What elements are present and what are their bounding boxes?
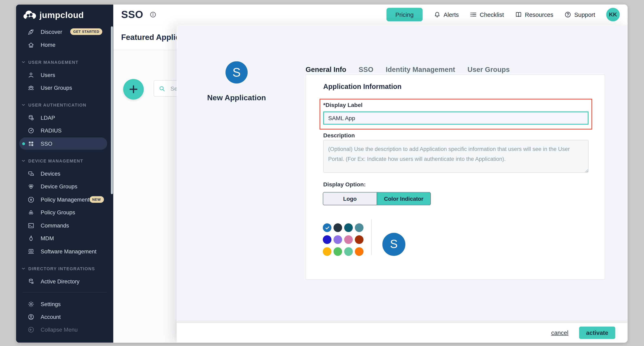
sidebar-item-user-groups[interactable]: User Groups (19, 81, 107, 94)
sidebar-item-ldap[interactable]: LDAP (19, 111, 107, 124)
sidebar-item-policy-management[interactable]: Policy Management NEW (19, 193, 107, 206)
color-swatch[interactable] (355, 247, 364, 256)
sidebar-section-device-management[interactable]: DEVICE MANAGEMENT (22, 155, 108, 167)
sidebar-section-user-management[interactable]: USER MANAGEMENT (22, 56, 108, 68)
description-label: Description (323, 132, 355, 138)
admin-console: jumpcloud Discover GET STARTED Home USER… (16, 5, 628, 342)
active-indicator-dot (22, 142, 25, 145)
bell-icon (434, 11, 441, 18)
sidebar-item-settings[interactable]: Settings (19, 298, 107, 310)
color-swatch-selected[interactable] (323, 223, 332, 232)
sidebar-item-mdm[interactable]: MDM (19, 232, 107, 244)
laptop-icon (28, 248, 34, 255)
sidebar-scrollbar[interactable] (111, 26, 113, 194)
sidebar-section-user-authentication[interactable]: USER AUTHENTICATION (22, 99, 108, 111)
application-information-card: Application Information *Display Label D… (306, 75, 605, 280)
sidebar-section-directory-integrations[interactable]: DIRECTORY INTEGRATIONS (22, 263, 108, 275)
sidebar-divider (23, 292, 107, 292)
color-swatch[interactable] (344, 235, 353, 244)
resources-button[interactable]: Resources (515, 11, 553, 18)
display-option-logo[interactable]: Logo (323, 193, 376, 205)
card-heading: Application Information (323, 83, 402, 91)
activate-button[interactable]: activate (579, 326, 615, 339)
drawer-title: New Application (196, 93, 278, 102)
color-swatch[interactable] (334, 235, 342, 244)
sidebar-item-device-groups[interactable]: Device Groups (19, 180, 107, 193)
color-indicator-preview: S (382, 233, 405, 256)
plus-icon (128, 84, 139, 95)
pricing-button[interactable]: Pricing (386, 8, 422, 22)
avatar[interactable]: KK (606, 8, 620, 22)
new-application-drawer: S New Application General Info SSO Ident… (176, 25, 628, 343)
apple-icon (28, 235, 34, 242)
sidebar: jumpcloud Discover GET STARTED Home USER… (16, 5, 113, 342)
add-application-button[interactable] (123, 79, 144, 100)
page-title: SSO (121, 9, 143, 21)
info-icon[interactable] (150, 11, 156, 18)
sidebar-item-radius[interactable]: RADIUS (19, 124, 107, 136)
color-swatch[interactable] (344, 247, 353, 256)
chevron-down-icon (22, 60, 26, 64)
sidebar-item-active-directory[interactable]: Active Directory (19, 275, 107, 287)
sidebar-item-policy-groups[interactable]: Policy Groups (19, 206, 107, 218)
new-badge: NEW (90, 196, 104, 203)
display-option-color-indicator[interactable]: Color Indicator (376, 193, 430, 205)
sso-grid-icon (28, 140, 34, 147)
color-swatch[interactable] (355, 223, 364, 232)
description-textarea[interactable] (323, 140, 588, 172)
home-icon (28, 41, 34, 48)
application-identity: S New Application (196, 61, 278, 102)
color-swatch-grid (323, 223, 364, 256)
ldap-database-icon (28, 114, 34, 121)
display-option-toggle: Logo Color Indicator (323, 192, 431, 205)
chevron-down-icon (22, 159, 26, 163)
rocket-icon (28, 28, 34, 35)
color-swatch[interactable] (323, 247, 332, 256)
chevron-down-icon (22, 267, 26, 271)
user-icon (28, 71, 34, 78)
checklist-button[interactable]: Checklist (470, 11, 504, 18)
policy-management-icon (28, 196, 34, 203)
top-actions: Pricing Alerts Checklist Resources Suppo… (386, 8, 628, 22)
sidebar-item-sso[interactable]: SSO (19, 137, 107, 150)
cancel-button[interactable]: cancel (551, 329, 568, 336)
radius-dial-icon (28, 127, 34, 134)
alerts-button[interactable]: Alerts (434, 11, 459, 18)
question-icon (564, 11, 572, 18)
sidebar-item-commands[interactable]: Commands (19, 219, 107, 232)
close-icon[interactable] (608, 33, 618, 44)
color-swatch[interactable] (323, 235, 332, 244)
get-started-badge: GET STARTED (70, 28, 102, 35)
terminal-icon (28, 222, 34, 229)
chevron-down-icon (22, 103, 26, 107)
top-bar: SSO Pricing Alerts Checklist Resources (113, 5, 628, 25)
checklist-icon (470, 11, 477, 18)
sidebar-item-users[interactable]: Users (19, 69, 107, 81)
application-avatar: S (226, 61, 248, 84)
search-icon (158, 85, 166, 92)
color-swatch[interactable] (344, 223, 353, 232)
sidebar-item-devices[interactable]: Devices (19, 167, 107, 180)
sidebar-item-software-management[interactable]: Software Management (19, 245, 107, 257)
display-label-input[interactable] (323, 111, 588, 125)
featured-applications-row: Featured Applications (113, 25, 179, 50)
account-person-icon (28, 313, 34, 320)
drawer-footer: cancel activate (176, 323, 628, 342)
featured-applications-heading: Featured Applications (121, 33, 179, 42)
sidebar-item-home[interactable]: Home (19, 39, 107, 51)
active-directory-icon (28, 278, 34, 285)
color-swatch[interactable] (334, 223, 342, 232)
display-label-label: *Display Label (323, 102, 362, 108)
swatch-preview-divider (371, 219, 372, 255)
collapse-arrow-icon (28, 326, 34, 333)
book-icon (515, 11, 522, 18)
color-swatch[interactable] (355, 235, 364, 244)
sidebar-item-account[interactable]: Account (19, 310, 107, 323)
support-button[interactable]: Support (564, 11, 595, 18)
sidebar-item-collapse-menu[interactable]: Collapse Menu (19, 323, 107, 336)
jumpcloud-logo[interactable]: jumpcloud (23, 10, 84, 20)
display-option-label: Display Option: (323, 181, 366, 187)
color-swatch[interactable] (334, 247, 342, 256)
jumpcloud-cloud-icon (23, 10, 36, 20)
sidebar-item-discover[interactable]: Discover GET STARTED (19, 26, 107, 38)
